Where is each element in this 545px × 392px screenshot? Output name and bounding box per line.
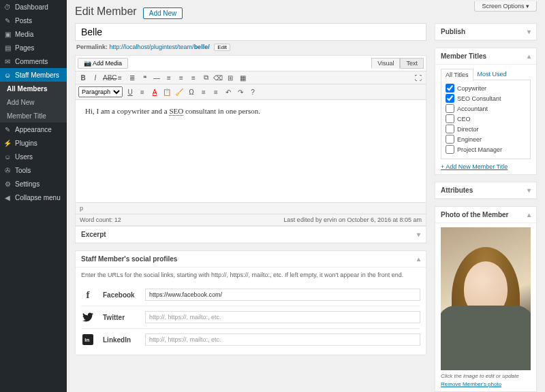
add-media-button[interactable]: 📷 Add Media [78,58,128,69]
social-row-twitter: Twitter [81,306,420,328]
attributes-heading[interactable]: Attributes▾ [435,182,536,199]
align-center-button[interactable]: ≡ [176,74,186,82]
title-checkbox-row[interactable]: SEO Consultant [446,94,526,103]
title-checkbox[interactable] [446,125,454,133]
title-checkbox[interactable] [446,135,454,144]
sidebar-item-dashboard[interactable]: ⏱Dashboard [0,0,67,14]
clearformat-button[interactable]: 🧹 [174,88,184,96]
justify-button[interactable]: ≡ [138,88,147,96]
photo-heading[interactable]: Photo of the Member▴ [435,207,536,223]
pastetext-button[interactable]: 📋 [162,88,172,96]
toggle-toolbar-button[interactable]: ▦ [238,74,247,82]
undo-button[interactable]: ↶ [223,88,233,96]
permalink-label: Permalink: [76,44,108,50]
underline-button[interactable]: U [125,88,135,96]
sidebar-item-appearance[interactable]: ✎Appearance [0,122,67,136]
chevron-down-icon: ▾ [417,231,420,238]
facebook-input[interactable] [145,289,420,301]
facebook-icon: f [81,288,95,301]
titles-tab-all[interactable]: All Titles [441,69,473,81]
screen-options-tab[interactable]: Screen Options ▾ [474,1,537,12]
sidebar-submenu: All Members Add New Member Title [0,82,67,122]
editor-tab-visual[interactable]: Visual [371,58,400,69]
spellcheck-mark: SEO [169,107,183,116]
italic-button[interactable]: I [91,74,100,82]
title-checkbox-row[interactable]: Director [446,125,526,133]
sidebar-item-media[interactable]: ▣Media [0,27,67,41]
submenu-add-new[interactable]: Add New [0,95,67,109]
permalink-url[interactable]: http://localhost/plugintest/team/belle/ [110,44,210,50]
title-checkbox[interactable] [446,145,454,154]
align-left-button[interactable]: ≡ [164,74,174,82]
sidebar-item-users[interactable]: ☺Users [0,150,67,163]
sidebar-item-comments[interactable]: ✉Comments [0,54,67,68]
editor-tab-text[interactable]: Text [400,58,424,69]
add-new-button[interactable]: Add New [143,7,183,19]
editor-body[interactable]: Hi, I am a copywriter and a SEO consulta… [76,100,426,202]
title-checkbox[interactable] [446,84,454,93]
pin-icon: ✎ [3,17,12,24]
excerpt-heading[interactable]: Excerpt▾ [76,227,426,243]
title-checkbox[interactable] [446,114,454,123]
title-checkbox[interactable] [446,104,454,113]
editor-toolbar-2: Paragraph U ≡ A 📋 🧹 Ω ≡ ≡ ↶ ↷ ? [76,84,426,100]
last-edited: Last edited by ervin on October 6, 2016 … [283,216,422,223]
social-label: Twitter [103,314,137,321]
hr-button[interactable]: — [152,74,161,82]
title-checkbox[interactable] [446,94,454,103]
sidebar-item-staff-members[interactable]: ☺Staff Members [0,68,67,82]
sidebar-item-plugins[interactable]: ⚡Plugins [0,136,67,150]
permalink-edit-button[interactable]: Edit [214,44,230,51]
redo-button[interactable]: ↷ [236,88,245,96]
publish-heading[interactable]: Publish▾ [435,24,536,40]
title-checkbox-row[interactable]: Engineer [446,135,526,144]
title-checkbox-row[interactable]: Accountant [446,104,526,113]
sidebar-item-settings[interactable]: ⚙Settings [0,177,67,191]
more-button[interactable]: ⊞ [225,74,235,82]
remove-photo-link[interactable]: Remove Member's photo [441,381,501,387]
help-button[interactable]: ? [248,88,258,96]
user-icon: ☺ [3,153,12,161]
chevron-down-icon: ▾ [527,186,531,194]
submenu-member-title[interactable]: Member Title [0,109,67,122]
title-checkbox-row[interactable]: Project Manager [446,145,526,154]
link-button[interactable]: ⧉ [201,74,211,82]
media-icon: ▣ [3,31,12,38]
textcolor-button[interactable]: A [150,88,159,96]
outdent-button[interactable]: ≡ [199,88,208,96]
staff-icon: ☺ [3,71,12,79]
quote-button[interactable]: ❝ [140,74,149,82]
align-right-button[interactable]: ≡ [189,74,198,82]
sidebar-collapse[interactable]: ◀Collapse menu [0,191,67,204]
submenu-all-members[interactable]: All Members [0,82,67,95]
gear-icon: ⚙ [3,180,12,188]
titles-tab-most-used[interactable]: Most Used [473,69,511,80]
linkedin-icon: in [81,333,95,346]
titles-checklist: CopywriterSEO ConsultantAccountantCEODir… [441,80,531,159]
title-checkbox-row[interactable]: Copywriter [446,84,526,93]
format-select[interactable]: Paragraph [78,86,123,97]
twitter-input[interactable] [145,311,420,323]
title-checkbox-row[interactable]: CEO [446,114,526,123]
social-heading[interactable]: Staff Member's social profiles▴ [76,251,426,267]
strike-button[interactable]: ABC [103,74,112,82]
social-description: Enter the URLs for the social links, sta… [81,272,420,278]
member-titles-heading[interactable]: Member Titles▴ [435,48,536,65]
sidebar-item-pages[interactable]: ▤Pages [0,41,67,54]
charmap-button[interactable]: Ω [187,88,196,96]
add-member-title-link[interactable]: + Add New Member Title [441,163,508,170]
attributes-box: Attributes▾ [435,182,537,199]
post-title-input[interactable] [75,23,426,41]
ol-button[interactable]: ≣ [127,74,137,82]
sidebar-item-tools[interactable]: ✇Tools [0,163,67,177]
linkedin-input[interactable] [145,333,420,346]
unlink-button[interactable]: ⌫ [213,74,223,82]
main-content: Screen Options ▾ Edit Member Add New Per… [67,0,545,392]
indent-button[interactable]: ≡ [211,88,221,96]
sidebar-item-posts[interactable]: ✎Posts [0,14,67,27]
member-photo[interactable] [441,227,531,370]
bold-button[interactable]: B [78,74,88,82]
fullscreen-button[interactable]: ⛶ [414,74,423,82]
chevron-down-icon: ▾ [526,3,529,10]
ul-button[interactable]: ≡ [115,74,125,82]
